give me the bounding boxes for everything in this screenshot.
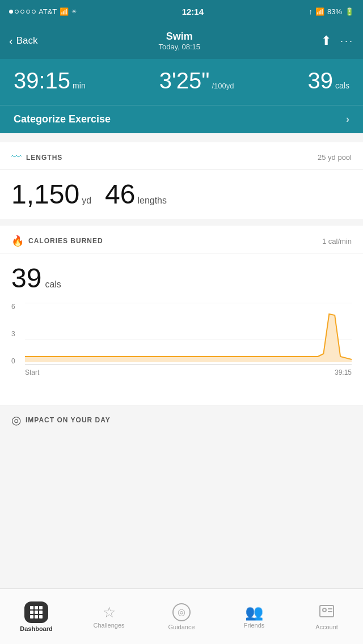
lengths-header-left: 〰 LENGTHS (11, 151, 62, 163)
title-main: Swim (158, 31, 200, 43)
lengths-values: 1,150 yd 46 lengths (11, 179, 352, 210)
activity-icon: ✳ (71, 8, 77, 15)
guidance-icon: ◎ (172, 603, 191, 621)
chart-svg (25, 303, 352, 365)
carrier-label: AT&T (39, 7, 57, 16)
challenges-icon: ☆ (103, 605, 116, 620)
calories-big-value: 39 (11, 262, 41, 294)
distance-value: 1,150 (11, 179, 79, 210)
account-tab-label: Account (315, 624, 338, 630)
back-button[interactable]: ‹ Back (9, 35, 37, 48)
calories-content: 39 cals (0, 253, 363, 303)
tab-friends[interactable]: 👥 Friends (218, 589, 290, 644)
impact-icon: ◎ (11, 413, 21, 427)
more-button[interactable]: ··· (340, 35, 354, 47)
back-label: Back (16, 35, 38, 46)
calories-header: 🔥 CALORIES BURNED 1 cal/min (0, 226, 363, 253)
calories-display: 39 cals (11, 262, 352, 294)
dashboard-icon-bg (24, 601, 48, 623)
nav-title: Swim Today, 08:15 (158, 31, 200, 51)
signal-dots (9, 10, 36, 14)
calories-header-left: 🔥 CALORIES BURNED (11, 235, 103, 247)
title-subtitle: Today, 08:15 (158, 43, 200, 51)
signal-dot-5 (32, 10, 36, 14)
y-label-3: 3 (11, 330, 25, 338)
dashboard-grid-icon (30, 606, 43, 618)
chevron-left-icon: ‹ (9, 35, 13, 48)
y-label-6: 6 (11, 303, 25, 311)
challenges-tab-label: Challenges (93, 622, 124, 629)
friends-icon: 👥 (245, 605, 263, 620)
chart-x-axis: Start 39:15 (25, 368, 352, 376)
duration-unit: min (73, 81, 86, 90)
battery-icon: 🔋 (345, 7, 354, 16)
distance-unit: yd (82, 196, 91, 206)
distance-item: 1,150 yd (11, 179, 91, 210)
status-left: AT&T 📶 ✳ (9, 7, 77, 16)
calories-unit: cals (335, 81, 349, 90)
tab-challenges[interactable]: ☆ Challenges (73, 589, 145, 644)
chart-inner: Start 39:15 (25, 303, 352, 376)
location-icon: ↑ (309, 7, 313, 16)
account-icon (319, 603, 335, 621)
categorize-label: Categorize Exercise (14, 113, 111, 125)
chart-line (25, 314, 352, 359)
pace-unit: /100yd (212, 82, 234, 90)
x-label-end: 39:15 (335, 368, 352, 376)
tab-account[interactable]: Account (290, 589, 363, 644)
x-label-start: Start (25, 368, 39, 376)
calories-stat: 39 cals (308, 68, 349, 94)
lengths-section: 〰 LENGTHS 25 yd pool 1,150 yd 46 lengths (0, 133, 363, 219)
calories-chart: 6 3 0 Start 39:15 (0, 303, 363, 405)
categorize-chevron-icon: › (346, 113, 349, 125)
stats-row: 39:15 min 3'25" /100yd 39 cals (0, 59, 363, 105)
lengths-count-item: 46 lengths (105, 179, 167, 210)
categorize-bar[interactable]: Categorize Exercise › (0, 105, 363, 133)
bluetooth-icon: 📶 (315, 7, 324, 16)
share-button[interactable]: ⬆ (321, 33, 331, 48)
impact-section: ◎ IMPACT ON YOUR DAY (0, 405, 363, 435)
signal-dot-2 (15, 10, 19, 14)
impact-label: IMPACT ON YOUR DAY (26, 416, 111, 424)
calories-rate-label: 1 cal/min (322, 237, 352, 245)
wifi-icon: 📶 (60, 7, 69, 16)
lengths-count-value: 46 (105, 179, 135, 210)
dashboard-tab-label: Dashboard (20, 625, 52, 632)
battery-label: 83% (327, 7, 342, 16)
friends-tab-label: Friends (244, 622, 265, 629)
guidance-tab-label: Guidance (168, 624, 195, 630)
status-right: ↑ 📶 83% 🔋 (309, 7, 354, 16)
flame-icon: 🔥 (11, 235, 24, 247)
calories-section-label: CALORIES BURNED (28, 237, 103, 245)
svg-point-1 (323, 608, 326, 612)
signal-dot-3 (20, 10, 24, 14)
tab-guidance[interactable]: ◎ Guidance (145, 589, 218, 644)
account-svg-icon (319, 603, 335, 619)
signal-dot-4 (26, 10, 30, 14)
lengths-content: 1,150 yd 46 lengths (0, 170, 363, 219)
calories-value: 39 (308, 68, 334, 94)
status-bar: AT&T 📶 ✳ 12:14 ↑ 📶 83% 🔋 (0, 0, 363, 23)
tab-dashboard[interactable]: Dashboard (0, 589, 73, 644)
wave-icon: 〰 (11, 151, 22, 163)
calories-section: 🔥 CALORIES BURNED 1 cal/min 39 cals 6 3 … (0, 219, 363, 405)
lengths-count-unit: lengths (137, 196, 167, 206)
calories-big-unit: cals (45, 279, 61, 290)
pace-stat: 3'25" /100yd (159, 68, 234, 94)
pace-value: 3'25" (159, 68, 210, 94)
chart-fill (25, 314, 352, 362)
signal-dot-1 (9, 10, 13, 14)
lengths-header: 〰 LENGTHS 25 yd pool (0, 142, 363, 170)
status-time: 12:14 (182, 7, 204, 16)
nav-bar: ‹ Back Swim Today, 08:15 ⬆ ··· (0, 23, 363, 59)
nav-right-actions: ⬆ ··· (321, 33, 354, 48)
lengths-label: LENGTHS (26, 154, 62, 162)
y-label-0: 0 (11, 357, 25, 365)
chart-y-axis: 6 3 0 (11, 303, 25, 376)
duration-stat: 39:15 min (14, 68, 86, 94)
tab-bar: Dashboard ☆ Challenges ◎ Guidance 👥 Frie… (0, 588, 363, 644)
pool-size-label: 25 yd pool (318, 153, 352, 162)
duration-value: 39:15 (14, 68, 70, 94)
